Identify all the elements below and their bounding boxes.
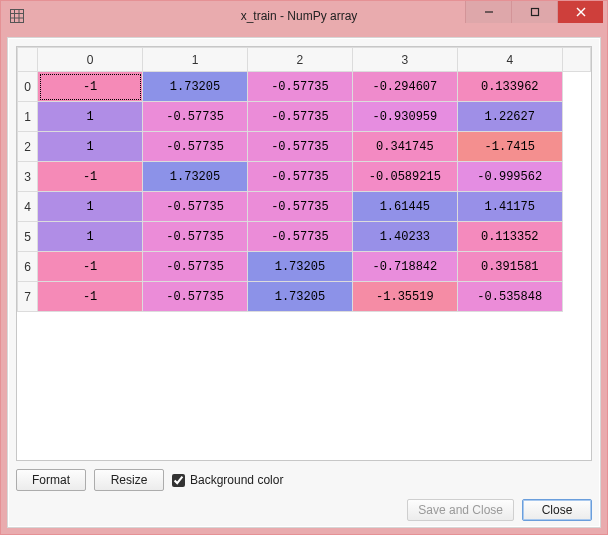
grid-cell[interactable]: 1.73205 [247, 282, 352, 312]
close-button[interactable]: Close [522, 499, 592, 521]
minimize-button[interactable] [465, 1, 511, 23]
window-frame: x_train - NumPy array 01234 [0, 0, 608, 535]
grid-cell[interactable]: 1.22627 [457, 102, 562, 132]
resize-button[interactable]: Resize [94, 469, 164, 491]
table-row: 51-0.57735-0.577351.402330.113352 [18, 222, 591, 252]
grid-cell[interactable]: 1.61445 [352, 192, 457, 222]
table-row: 11-0.57735-0.57735-0.9309591.22627 [18, 102, 591, 132]
grid-cell[interactable]: -0.57735 [247, 102, 352, 132]
grid-cell[interactable]: -1.7415 [457, 132, 562, 162]
app-icon [9, 8, 25, 24]
grid-cell[interactable]: -1 [38, 72, 143, 102]
background-color-label: Background color [190, 473, 283, 487]
row-header[interactable]: 7 [18, 282, 38, 312]
grid-cell[interactable]: 0.113352 [457, 222, 562, 252]
close-window-button[interactable] [557, 1, 603, 23]
grid-cell[interactable]: -0.57735 [143, 192, 248, 222]
col-header[interactable]: 4 [457, 48, 562, 72]
background-color-check-input[interactable] [172, 474, 185, 487]
grid-cell[interactable]: -0.57735 [247, 222, 352, 252]
table-row: 3-11.73205-0.57735-0.0589215-0.999562 [18, 162, 591, 192]
svg-rect-0 [11, 10, 24, 23]
grid-cell[interactable]: -1 [38, 252, 143, 282]
save-and-close-button[interactable]: Save and Close [407, 499, 514, 521]
content-panel: 01234 0-11.73205-0.57735-0.2946070.13396… [7, 37, 601, 528]
svg-rect-6 [531, 9, 538, 16]
col-header[interactable]: 1 [143, 48, 248, 72]
row-header[interactable]: 0 [18, 72, 38, 102]
grid-cell[interactable]: 1.73205 [247, 252, 352, 282]
background-color-checkbox[interactable]: Background color [172, 473, 283, 487]
grid-cell[interactable]: 0.341745 [352, 132, 457, 162]
grid-cell[interactable]: -0.57735 [143, 252, 248, 282]
grid-cell[interactable]: -0.57735 [247, 72, 352, 102]
grid-cell[interactable]: 1.41175 [457, 192, 562, 222]
grid-cell[interactable]: -1 [38, 162, 143, 192]
toolbar: Format Resize Background color [16, 461, 592, 493]
grid-cell[interactable]: 1.40233 [352, 222, 457, 252]
grid-cell[interactable]: -0.718842 [352, 252, 457, 282]
grid-cell[interactable]: -0.57735 [143, 282, 248, 312]
table-row: 0-11.73205-0.57735-0.2946070.133962 [18, 72, 591, 102]
col-header[interactable]: 0 [38, 48, 143, 72]
grid-cell[interactable]: -0.999562 [457, 162, 562, 192]
footer-buttons: Save and Close Close [16, 493, 592, 521]
grid-cell[interactable]: 0.391581 [457, 252, 562, 282]
grid-cell[interactable]: -1 [38, 282, 143, 312]
grid-cell[interactable]: -0.294607 [352, 72, 457, 102]
grid-cell[interactable]: 1 [38, 102, 143, 132]
grid-cell[interactable]: 1 [38, 192, 143, 222]
grid-cell[interactable]: 1 [38, 222, 143, 252]
grid-cell[interactable]: -0.57735 [143, 222, 248, 252]
grid-cell[interactable]: -0.57735 [143, 132, 248, 162]
grid-cell[interactable]: 1 [38, 132, 143, 162]
grid-cell[interactable]: -0.57735 [247, 192, 352, 222]
grid-corner [18, 48, 38, 72]
grid-cell[interactable]: -1.35519 [352, 282, 457, 312]
row-header[interactable]: 1 [18, 102, 38, 132]
table-row: 41-0.57735-0.577351.614451.41175 [18, 192, 591, 222]
table-row: 6-1-0.577351.73205-0.7188420.391581 [18, 252, 591, 282]
grid-cell[interactable]: 0.133962 [457, 72, 562, 102]
row-header[interactable]: 3 [18, 162, 38, 192]
maximize-button[interactable] [511, 1, 557, 23]
format-button[interactable]: Format [16, 469, 86, 491]
grid-cell[interactable]: 1.73205 [143, 72, 248, 102]
array-grid[interactable]: 01234 0-11.73205-0.57735-0.2946070.13396… [16, 46, 592, 461]
window-body: 01234 0-11.73205-0.57735-0.2946070.13396… [1, 31, 607, 534]
grid-cell[interactable]: -0.57735 [143, 102, 248, 132]
titlebar[interactable]: x_train - NumPy array [1, 1, 607, 31]
row-header[interactable]: 6 [18, 252, 38, 282]
col-header[interactable]: 3 [352, 48, 457, 72]
grid-cell[interactable]: -0.57735 [247, 162, 352, 192]
table-row: 7-1-0.577351.73205-1.35519-0.535848 [18, 282, 591, 312]
grid-cell[interactable]: -0.57735 [247, 132, 352, 162]
row-header[interactable]: 5 [18, 222, 38, 252]
window-controls [465, 1, 603, 23]
row-header[interactable]: 4 [18, 192, 38, 222]
row-header[interactable]: 2 [18, 132, 38, 162]
table-row: 21-0.57735-0.577350.341745-1.7415 [18, 132, 591, 162]
grid-cell[interactable]: -0.930959 [352, 102, 457, 132]
grid-cell[interactable]: 1.73205 [143, 162, 248, 192]
col-header[interactable]: 2 [247, 48, 352, 72]
grid-cell[interactable]: -0.0589215 [352, 162, 457, 192]
grid-cell[interactable]: -0.535848 [457, 282, 562, 312]
col-header-filler [562, 48, 590, 72]
